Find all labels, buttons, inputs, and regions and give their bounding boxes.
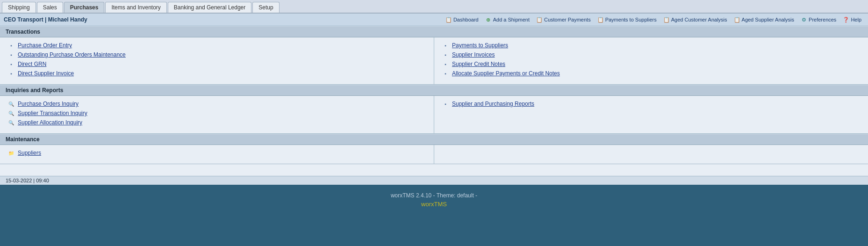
maintenance-body: 📁 Suppliers (0, 145, 868, 164)
inquiries-body: 🔍 Purchase Orders Inquiry 🔍 Supplier Tra… (0, 96, 868, 134)
allocate-payments-link[interactable]: Allocate Supplier Payments or Credit Not… (452, 70, 560, 77)
aged-customer-icon: 📋 (663, 16, 670, 23)
footer-version: worxTMS 2.4.10 - Theme: default - (7, 192, 861, 199)
inquiries-section: Inquiries and Reports 🔍 Purchase Orders … (0, 85, 868, 134)
nav-add-shipment[interactable]: ⊕ Add a Shipment (482, 15, 532, 24)
main-content: Transactions ▪ Purchase Order Entry ▪ Ou… (0, 26, 868, 176)
allocate-payments-icon: ▪ (442, 70, 449, 77)
maintenance-left-col: 📁 Suppliers (0, 145, 434, 164)
maintenance-header: Maintenance (0, 134, 868, 145)
nav-payments-to-suppliers[interactable]: 📋 Payments to Suppliers (595, 15, 660, 24)
nav-customer-payments-label: Customer Payments (544, 17, 591, 22)
list-item: 🔍 Purchase Orders Inquiry (7, 101, 426, 107)
status-bar: 15-03-2022 | 09:40 (0, 176, 868, 185)
purchase-orders-inquiry-icon: 🔍 (7, 101, 15, 107)
transactions-header: Transactions (0, 26, 868, 37)
purchase-orders-inquiry-link[interactable]: Purchase Orders Inquiry (18, 101, 79, 107)
footer-brand: worxTMS (7, 201, 861, 208)
inquiries-header: Inquiries and Reports (0, 85, 868, 96)
nav-dashboard-label: Dashboard (453, 17, 479, 22)
dashboard-icon: 📋 (445, 16, 452, 23)
help-icon: ❓ (843, 16, 849, 23)
direct-supplier-invoice-icon: ▪ (7, 70, 15, 77)
supplier-purchasing-reports-icon: ▪ (442, 101, 449, 107)
transactions-left-col: ▪ Purchase Order Entry ▪ Outstanding Pur… (0, 37, 434, 84)
tab-setup[interactable]: Setup (252, 2, 279, 13)
purchase-order-entry-link[interactable]: Purchase Order Entry (18, 42, 72, 49)
nav-aged-supplier[interactable]: 📋 Aged Supplier Analysis (731, 15, 797, 24)
maintenance-right-col (434, 145, 868, 164)
nav-payments-suppliers-label: Payments to Suppliers (605, 17, 657, 22)
direct-grn-icon: ▪ (7, 61, 15, 67)
nav-aged-supplier-label: Aged Supplier Analysis (742, 17, 795, 22)
transactions-body: ▪ Purchase Order Entry ▪ Outstanding Pur… (0, 37, 868, 85)
list-item: ▪ Direct Supplier Invoice (7, 70, 426, 77)
transactions-right-col: ▪ Payments to Suppliers ▪ Supplier Invoi… (434, 37, 868, 84)
list-item: ▪ Payments to Suppliers (442, 42, 861, 49)
nav-help[interactable]: ❓ Help (840, 15, 864, 24)
outstanding-orders-link[interactable]: Outstanding Purchase Orders Maintenance (18, 51, 126, 58)
list-item: 🔍 Supplier Transaction Inquiry (7, 110, 426, 116)
suppliers-folder-icon: 📁 (7, 150, 15, 156)
supplier-credit-notes-icon: ▪ (442, 61, 449, 67)
list-item: ▪ Outstanding Purchase Orders Maintenanc… (7, 51, 426, 58)
nav-preferences-label: Preferences (809, 17, 836, 22)
payments-suppliers-icon: 📋 (597, 16, 604, 23)
footer: worxTMS 2.4.10 - Theme: default - worxTM… (0, 185, 868, 215)
supplier-purchasing-reports-link[interactable]: Supplier and Purchasing Reports (452, 101, 534, 107)
list-item: ▪ Supplier Credit Notes (442, 61, 861, 67)
list-item: ▪ Supplier Invoices (442, 51, 861, 58)
suppliers-link[interactable]: Suppliers (18, 150, 41, 156)
nav-aged-customer-label: Aged Customer Analysis (671, 17, 727, 22)
nav-bar: 📋 Dashboard ⊕ Add a Shipment 📋 Customer … (443, 15, 864, 24)
list-item: ▪ Direct GRN (7, 61, 426, 67)
supplier-allocation-inquiry-link[interactable]: Supplier Allocation Inquiry (18, 119, 82, 126)
inquiries-right-col: ▪ Supplier and Purchasing Reports (434, 96, 868, 133)
header-bar: CEO Transport | Michael Handy 📋 Dashboar… (0, 14, 868, 26)
tab-items-inventory[interactable]: Items and Inventory (105, 2, 166, 13)
nav-customer-payments[interactable]: 📋 Customer Payments (533, 15, 594, 24)
supplier-allocation-inquiry-icon: 🔍 (7, 119, 15, 126)
supplier-transaction-inquiry-icon: 🔍 (7, 110, 15, 116)
maintenance-section: Maintenance 📁 Suppliers (0, 134, 868, 164)
customer-payments-icon: 📋 (536, 16, 543, 23)
direct-grn-link[interactable]: Direct GRN (18, 61, 46, 67)
nav-add-shipment-label: Add a Shipment (493, 17, 530, 22)
tab-banking[interactable]: Banking and General Ledger (168, 2, 251, 13)
nav-preferences[interactable]: ⚙ Preferences (798, 15, 839, 24)
purchase-order-entry-icon: ▪ (7, 42, 15, 49)
list-item: 📁 Suppliers (7, 150, 426, 156)
nav-dashboard[interactable]: 📋 Dashboard (443, 15, 481, 24)
supplier-invoices-icon: ▪ (442, 51, 449, 58)
list-item: ▪ Purchase Order Entry (7, 42, 426, 49)
nav-help-label: Help (851, 17, 861, 22)
transactions-section: Transactions ▪ Purchase Order Entry ▪ Ou… (0, 26, 868, 85)
tab-purchases[interactable]: Purchases (64, 2, 105, 13)
list-item: ▪ Allocate Supplier Payments or Credit N… (442, 70, 861, 77)
list-item: 🔍 Supplier Allocation Inquiry (7, 119, 426, 126)
aged-supplier-icon: 📋 (734, 16, 740, 23)
payments-to-suppliers-link[interactable]: Payments to Suppliers (452, 42, 508, 49)
list-item: ▪ Supplier and Purchasing Reports (442, 101, 861, 107)
datetime-label: 15-03-2022 | 09:40 (6, 178, 49, 183)
outstanding-orders-icon: ▪ (7, 51, 15, 58)
preferences-icon: ⚙ (801, 16, 807, 23)
supplier-transaction-inquiry-link[interactable]: Supplier Transaction Inquiry (18, 110, 87, 116)
company-name: CEO Transport | Michael Handy (4, 16, 87, 23)
nav-aged-customer[interactable]: 📋 Aged Customer Analysis (660, 15, 730, 24)
inquiries-left-col: 🔍 Purchase Orders Inquiry 🔍 Supplier Tra… (0, 96, 434, 133)
tab-bar: Shipping Sales Purchases Items and Inven… (0, 0, 868, 14)
direct-supplier-invoice-link[interactable]: Direct Supplier Invoice (18, 70, 74, 77)
add-shipment-icon: ⊕ (485, 16, 492, 23)
supplier-credit-notes-link[interactable]: Supplier Credit Notes (452, 61, 505, 67)
tab-sales[interactable]: Sales (37, 2, 63, 13)
payments-to-suppliers-icon: ▪ (442, 42, 449, 49)
tab-shipping[interactable]: Shipping (2, 2, 36, 13)
supplier-invoices-link[interactable]: Supplier Invoices (452, 51, 495, 58)
